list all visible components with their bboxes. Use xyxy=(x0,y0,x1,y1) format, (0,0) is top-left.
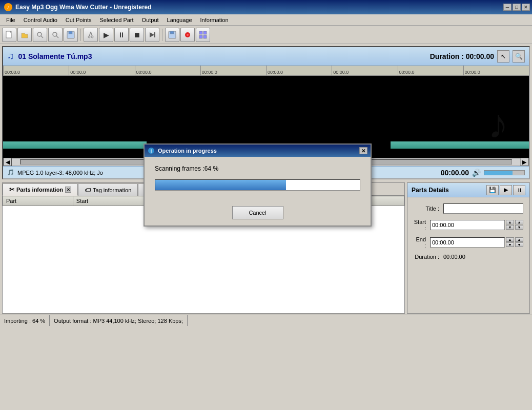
modal-title-left: i Operation in progress xyxy=(148,147,217,154)
modal-title: Operation in progress xyxy=(158,148,217,154)
modal-body: Scanning frames :64 % xyxy=(145,157,371,206)
cancel-button[interactable]: Cancel xyxy=(232,206,283,219)
svg-text:i: i xyxy=(151,149,152,154)
modal-title-bar: i Operation in progress ✕ xyxy=(145,145,371,157)
modal-overlay: i Operation in progress ✕ Scanning frame… xyxy=(0,0,532,410)
modal-info-icon: i xyxy=(148,147,155,154)
scanning-text: Scanning frames :64 % xyxy=(155,165,360,172)
modal-close-button[interactable]: ✕ xyxy=(359,147,367,154)
operation-dialog: i Operation in progress ✕ Scanning frame… xyxy=(144,144,372,227)
progress-bar-container xyxy=(155,179,360,191)
modal-footer: Cancel xyxy=(145,206,371,225)
progress-bar-fill xyxy=(155,180,286,190)
